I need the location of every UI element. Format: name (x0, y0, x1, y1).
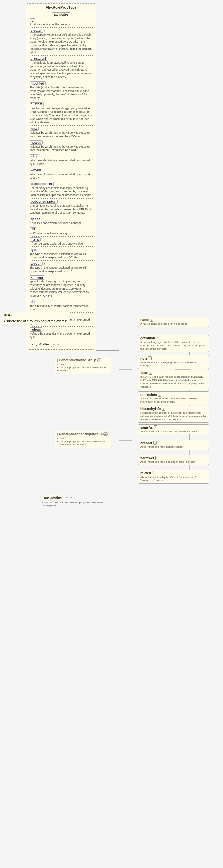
attr-xmllang: xmllang Specifies the language of this p… (30, 275, 93, 298)
attr-uri-howuri[interactable]: ↑ (44, 141, 45, 144)
hierarchyinfo-box: hierarchyInfo ↓ Represents the position … (138, 406, 209, 423)
facet-label: facet (140, 371, 148, 375)
crg-badge: ... (103, 432, 108, 436)
attr-uri: uri a URI which identifies a concept. (30, 227, 93, 235)
attr-desc-pubconstrainturi: One or many constraints that apply to pu… (30, 204, 93, 215)
attr-desc-pubconstraint: One or many constraints that apply to pu… (30, 186, 93, 197)
attr-uri-roleuri[interactable]: ↑ (43, 328, 45, 331)
attr-desc-modified: The date (and, optionally, the time) whe… (30, 86, 93, 100)
attr-creatoruri: creatoruri ↑ If the attribute is empty, … (30, 57, 93, 79)
narrower-badge: ↓ (155, 456, 159, 460)
facet-box: facet ↓ In NAR 1.8 and later, facet is d… (138, 370, 209, 390)
attr-desc-custom: If set to true the corresponding propert… (30, 107, 93, 124)
broader-desc: An identifier of a more generic concept (140, 445, 206, 448)
related-desc: where the relationship is different from… (140, 476, 206, 483)
attr-desc-xmllang: Specifies the language of this property … (30, 280, 93, 298)
attr-uri-creatoruri[interactable]: ↑ (48, 57, 50, 60)
area-box-name: area ↓ (3, 313, 68, 316)
crg-desc: A group of properties required to relate… (57, 440, 108, 447)
related-box: related ↓ where the relationship is diff… (138, 470, 209, 484)
name-box-label: name ↓ (140, 318, 206, 322)
attr-name-id: id (30, 18, 35, 23)
facet-desc: In NAR 1.8 and later, facet is deprecate… (140, 375, 206, 389)
attr-why: why Why the metadata has been included -… (30, 154, 93, 166)
related-box-label: related ↓ (140, 471, 206, 475)
crg-mult2: 0...∞ (61, 436, 66, 439)
cdg-name: ConceptDefinitionGroup (59, 358, 96, 362)
attr-name-dir: dir (30, 300, 36, 304)
attributes-box: attributes id A natural identifier of th… (28, 10, 94, 350)
attr-name-xmllang: xmllang (30, 275, 44, 280)
crg-name: ConceptRelationshipsGroup (59, 432, 103, 436)
facet-box-label: facet ↓ (140, 371, 206, 375)
cdg-mult2: 0...∞ (61, 363, 66, 365)
remoteinfo-badge: ↓ (158, 393, 162, 397)
attr-whyuri: whyuri ↑ Why the metadata has been inclu… (30, 168, 93, 180)
diagram-container: FlexRolePropType attributes id A natural… (0, 0, 223, 868)
attr-name-modified: modified (30, 81, 45, 86)
definition-desc: A natural language definition of the sem… (140, 341, 206, 351)
broader-badge: ↓ (153, 441, 157, 445)
attr-uri-typeuri[interactable]: ↑ (44, 262, 45, 266)
related-label: related (140, 471, 151, 475)
attr-name-creatoruri: creatoruri (30, 57, 47, 61)
narrower-label: narrower (140, 456, 154, 460)
attr-name-literal: literal (30, 238, 41, 242)
definition-box: definition ↓ A natural language definiti… (138, 335, 209, 352)
facet-badge: ↓ (149, 371, 152, 375)
attr-uri-creator[interactable]: ↑ (44, 29, 45, 32)
attr-name-creator: creator (30, 29, 43, 33)
bottom-any-other-mult: 0...∞ (66, 496, 72, 499)
attr-name-whyuri: whyuri (30, 168, 42, 172)
sameas-label: sameAs (140, 426, 153, 429)
sameas-desc: An identifier of a concept with equivale… (140, 430, 206, 433)
attr-desc-how: Indicates by which means the value was e… (30, 131, 93, 138)
crg-title: { ConceptRelationshipsGroup ... (57, 432, 108, 436)
note-label: note (140, 357, 147, 360)
name-desc: A natural language name for the concept. (140, 322, 206, 326)
definition-label: definition (140, 337, 155, 340)
attr-desc-creator: If the property value is not defined, sp… (30, 33, 93, 54)
attr-uri-pubconstrainturi[interactable]: ↑ (59, 200, 60, 204)
name-box: name ↓ A natural language name for the c… (138, 316, 209, 327)
narrower-box: narrower ↓ An identifier of a more speci… (138, 455, 209, 465)
attr-custom: custom If set to true the corresponding … (30, 102, 93, 124)
note-desc: An optional natural language information… (140, 361, 206, 368)
name-badge: ↓ (150, 318, 153, 322)
attr-name-howuri: howuri (30, 141, 43, 145)
remoteinfo-desc: A link to an item or a web resource whic… (140, 397, 206, 404)
attr-desc-dir: The directionality of textual content (e… (30, 304, 93, 311)
attr-name-custom: custom (30, 102, 44, 106)
attr-name-uri: uri (30, 227, 36, 231)
bottom-any-other-label: any ##other (42, 495, 64, 500)
attr-how: how Indicates by which means the value w… (30, 127, 93, 138)
area-desc: A subdivision of a country part of the a… (3, 319, 68, 323)
concept-relationships-group-box: { ConceptRelationshipsGroup ... 1 0...∞ … (55, 431, 111, 448)
main-title: FlexRolePropType (28, 5, 94, 9)
bottom-any-other-desc: Extension point for non-qualified proper… (42, 501, 106, 507)
attr-desc-why: Why the metadata has been included - exp… (30, 159, 93, 166)
attr-id: id A natural identifier of the property. (30, 18, 93, 26)
main-type-box: FlexRolePropType attributes id A natural… (26, 3, 96, 352)
attr-uri-whyuri[interactable]: ↑ (43, 169, 45, 172)
attr-name-pubconstraint: pubconstraint (30, 182, 54, 186)
attr-roleuri: roleuri ↑ Refines the semantics of the p… (30, 328, 93, 339)
attributes-label: attributes (52, 12, 70, 17)
attr-name-how: how (30, 127, 38, 131)
note-box: note ↓ An optional natural language info… (138, 355, 209, 369)
sameas-badge: ↓ (154, 426, 157, 429)
area-badge: ↓ (11, 313, 12, 316)
remoteinfo-box: remoteInfo ↓ A link to an item or a web … (138, 392, 209, 405)
narrower-desc: An identifier of a more specific ancesto… (140, 461, 206, 464)
any-other-mult: 0...∞ (53, 343, 59, 346)
attr-desc-type: The type of the concept assigned as cont… (30, 252, 93, 259)
attr-name-qcode: qcode (30, 217, 41, 221)
attr-creator: creator ↑ If the property value is not d… (30, 29, 93, 54)
name-label: name (140, 318, 149, 322)
attr-qcode: qcode A qualified code which identifies … (30, 217, 93, 225)
attr-desc-uri: a URI which identifies a concept. (30, 232, 93, 235)
attr-desc-typeuri: The type of the concept assigned as cont… (30, 266, 93, 273)
hierarchyinfo-box-label: hierarchyInfo ↓ (140, 407, 206, 411)
attr-any-other: any ##other 0...∞ (30, 342, 93, 347)
cdg-desc: A group of properties required to define… (57, 366, 108, 373)
